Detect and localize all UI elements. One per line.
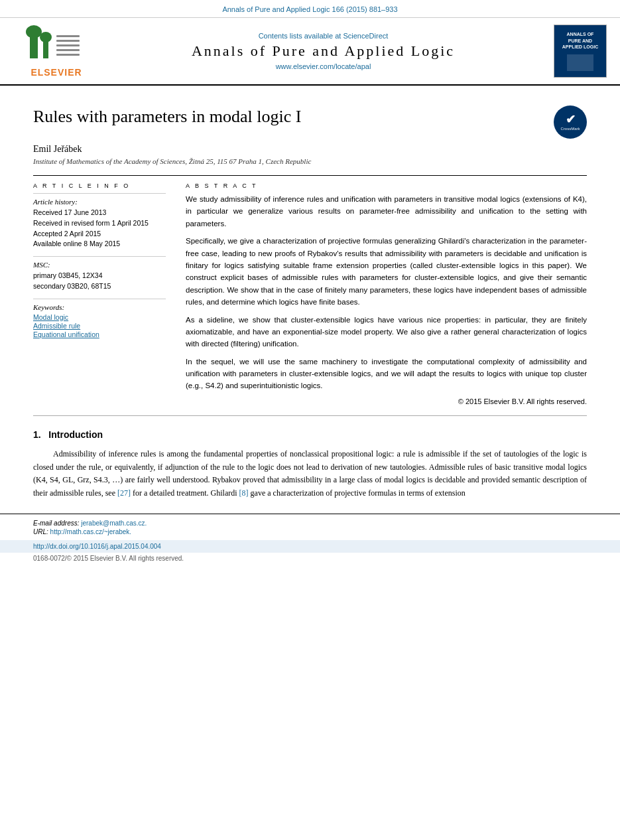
article-title-section: Rules with parameters in modal logic I ✔… xyxy=(33,105,587,139)
elsevier-brand-text: ELSEVIER xyxy=(31,67,82,78)
doi-bar: http://dx.doi.org/10.1016/j.apal.2015.04… xyxy=(0,540,620,553)
elsevier-logo: ELSEVIER xyxy=(13,25,99,78)
copyright-line: © 2015 Elsevier B.V. All rights reserved… xyxy=(186,397,587,405)
keyword-modal-logic[interactable]: Modal logic xyxy=(33,313,166,321)
journal-citation-link[interactable]: Annals of Pure and Applied Logic 166 (20… xyxy=(222,5,397,13)
svg-point-3 xyxy=(40,32,52,42)
svg-point-2 xyxy=(26,25,42,38)
email-label: E-mail address: xyxy=(33,520,79,527)
url-link[interactable]: http://math.cas.cz/~jerabek. xyxy=(50,528,132,535)
abstract-label: A B S T R A C T xyxy=(186,182,587,189)
cover-box-decoration xyxy=(567,54,593,71)
article-history-section: Article history: Received 17 June 2013 R… xyxy=(33,193,166,249)
abstract-para-4: In the sequel, we will use the same mach… xyxy=(186,356,587,392)
email-link[interactable]: jerabek@math.cas.cz. xyxy=(81,520,147,527)
msc-secondary: secondary 03B20, 68T15 xyxy=(33,281,166,292)
crossmark-label: CrossMark xyxy=(560,127,580,131)
keyword-admissible-rule[interactable]: Admissible rule xyxy=(33,322,166,330)
section-number: 1. xyxy=(33,429,41,440)
left-logo-area: ELSEVIER xyxy=(13,25,99,78)
introduction-section-title: 1. Introduction xyxy=(33,429,587,440)
doi-link[interactable]: http://dx.doi.org/10.1016/j.apal.2015.04… xyxy=(33,543,161,550)
elsevier-tree-icon xyxy=(23,25,90,65)
sciencedirect-link[interactable]: ScienceDirect xyxy=(343,32,388,40)
contents-available-line: Contents lists available at ScienceDirec… xyxy=(99,32,547,40)
footer-email-line: E-mail address: jerabek@math.cas.cz. xyxy=(33,520,587,527)
title-divider xyxy=(33,175,587,176)
author-name: Emil Jeřábek xyxy=(33,144,587,155)
svg-rect-6 xyxy=(56,44,80,46)
msc-section: MSC: primary 03B45, 12X34 secondary 03B2… xyxy=(33,256,166,292)
introduction-paragraph-1: Admissibility of inference rules is amon… xyxy=(33,448,587,500)
article-title: Rules with parameters in modal logic I xyxy=(33,105,540,128)
svg-rect-4 xyxy=(56,35,80,37)
history-received: Received 17 June 2013 xyxy=(33,208,166,218)
ref-27-link[interactable]: [27] xyxy=(117,488,131,498)
journal-header: ELSEVIER Contents lists available at Sci… xyxy=(0,18,620,86)
footer: E-mail address: jerabek@math.cas.cz. URL… xyxy=(0,514,620,540)
footer-url-line: URL: http://math.cas.cz/~jerabek. xyxy=(33,528,587,535)
abstract-para-2: Specifically, we give a characterization… xyxy=(186,235,587,308)
article-info-abstract-row: A R T I C L E I N F O Article history: R… xyxy=(33,182,587,405)
article-info-column: A R T I C L E I N F O Article history: R… xyxy=(33,182,166,405)
journal-center-info: Contents lists available at ScienceDirec… xyxy=(99,32,547,70)
keywords-section: Keywords: Modal logic Admissible rule Eq… xyxy=(33,299,166,338)
journal-cover-box: ANNALS OFPURE ANDAPPLIED LOGIC xyxy=(554,25,607,78)
abstract-column: A B S T R A C T We study admissibility o… xyxy=(186,182,587,405)
section-divider xyxy=(33,415,587,416)
ref-8-link[interactable]: [8] xyxy=(239,488,249,498)
crossmark-badge[interactable]: ✔ CrossMark xyxy=(554,105,587,139)
journal-url[interactable]: www.elsevier.com/locate/apal xyxy=(99,62,547,70)
article-info-label: A R T I C L E I N F O xyxy=(33,182,166,189)
history-revised: Received in revised form 1 April 2015 xyxy=(33,218,166,229)
url-label: URL: xyxy=(33,528,48,535)
history-title: Article history: xyxy=(33,198,166,206)
issn-bar: 0168-0072/© 2015 Elsevier B.V. All right… xyxy=(0,553,620,564)
right-logo-area: ANNALS OFPURE ANDAPPLIED LOGIC xyxy=(547,25,607,78)
journal-top-bar: Annals of Pure and Applied Logic 166 (20… xyxy=(0,0,620,18)
svg-rect-8 xyxy=(56,54,80,56)
section-name: Introduction xyxy=(48,429,103,440)
msc-primary: primary 03B45, 12X34 xyxy=(33,271,166,281)
cover-box-text: ANNALS OFPURE ANDAPPLIED LOGIC xyxy=(562,31,598,50)
abstract-para-3: As a sideline, we show that cluster-exte… xyxy=(186,314,587,350)
abstract-text: We study admissibility of inference rule… xyxy=(186,193,587,392)
history-available: Available online 8 May 2015 xyxy=(33,239,166,249)
msc-title: MSC: xyxy=(33,261,166,269)
journal-title: Annals of Pure and Applied Logic xyxy=(99,42,547,60)
history-accepted: Accepted 2 April 2015 xyxy=(33,229,166,240)
contents-text: Contents lists available at xyxy=(259,32,341,40)
paper-body: Rules with parameters in modal logic I ✔… xyxy=(0,86,620,514)
abstract-para-1: We study admissibility of inference rule… xyxy=(186,193,587,230)
keyword-equational-unification[interactable]: Equational unification xyxy=(33,330,166,338)
svg-rect-7 xyxy=(56,49,80,51)
issn-text: 0168-0072/© 2015 Elsevier B.V. All right… xyxy=(33,555,184,562)
svg-rect-5 xyxy=(56,40,80,42)
author-affiliation: Institute of Mathematics of the Academy … xyxy=(33,157,587,165)
keywords-title: Keywords: xyxy=(33,303,166,311)
